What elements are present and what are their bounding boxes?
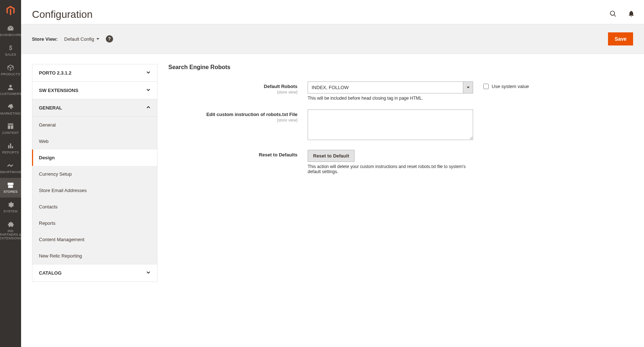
tab-general-newrelic[interactable]: New Relic Reporting <box>32 248 157 264</box>
layout-icon <box>7 123 14 130</box>
dollar-icon <box>7 44 14 52</box>
chevron-down-icon <box>463 81 473 93</box>
field-custom-robots-txt: Edit custom instruction of robots.txt Fi… <box>168 109 633 141</box>
tab-group-catalog[interactable]: CATALOG <box>32 264 157 282</box>
tab-general-currency[interactable]: Currency Setup <box>32 166 157 182</box>
nav-system[interactable]: SYSTEM <box>0 198 21 217</box>
config-form-panel: Search Engine Robots Default Robots [sto… <box>168 64 633 183</box>
nav-smartwave[interactable]: SMARTWAVE <box>0 158 21 178</box>
default-robots-select[interactable]: INDEX, FOLLOW <box>308 81 473 93</box>
default-robots-scope: [store view] <box>168 90 297 94</box>
default-robots-value: INDEX, FOLLOW <box>308 81 463 93</box>
nav-partners[interactable]: IND PARTNERS & EXTENSIONS <box>0 217 21 244</box>
nav-marketing[interactable]: MARKETING <box>0 100 21 119</box>
scope-switcher[interactable]: Default Config <box>64 36 99 42</box>
tab-group-porto[interactable]: PORTO 2.3.1.2 <box>32 64 157 82</box>
puzzle-icon <box>7 221 14 228</box>
page-header: Configuration <box>21 0 644 24</box>
bell-icon[interactable] <box>628 10 635 19</box>
scope-bar: Store View: Default Config ? Save <box>21 24 644 54</box>
custom-robots-scope: [store view] <box>168 118 297 122</box>
nav-customers[interactable]: CUSTOMERS <box>0 80 21 100</box>
person-icon <box>7 84 14 91</box>
page-title: Configuration <box>32 9 93 20</box>
nav-dashboard[interactable]: DASHBOARD <box>0 21 21 41</box>
tab-general-reports[interactable]: Reports <box>32 215 157 231</box>
reset-defaults-note: This action will delete your custom inst… <box>308 164 473 174</box>
search-icon[interactable] <box>609 10 617 19</box>
chevron-down-icon <box>146 270 151 276</box>
tab-general-contacts[interactable]: Contacts <box>32 199 157 215</box>
magento-icon <box>5 5 16 16</box>
config-tabs: PORTO 2.3.1.2 SW EXTENSIONS GENERAL Gene… <box>32 64 157 282</box>
bars-icon <box>7 142 14 149</box>
nav-sales[interactable]: SALES <box>0 41 21 60</box>
tab-general-store-email[interactable]: Store Email Addresses <box>32 182 157 199</box>
save-config-button[interactable]: Save <box>608 32 633 45</box>
gear-icon <box>7 201 14 208</box>
custom-robots-label: Edit custom instruction of robots.txt Fi… <box>168 112 297 117</box>
magento-logo[interactable] <box>0 0 21 21</box>
reset-to-default-button[interactable]: Reset to Default <box>308 150 355 162</box>
box-icon <box>7 64 14 71</box>
scope-help-icon[interactable]: ? <box>106 35 113 43</box>
nav-reports[interactable]: REPORTS <box>0 139 21 158</box>
tab-general-design[interactable]: Design <box>32 149 157 166</box>
wave-icon <box>7 162 14 169</box>
default-robots-note: This will be included before head closin… <box>308 96 473 101</box>
chevron-down-icon <box>146 70 151 76</box>
reset-defaults-label: Reset to Defaults <box>168 152 297 157</box>
nav-stores[interactable]: STORES <box>0 178 21 198</box>
tab-group-sw[interactable]: SW EXTENSIONS <box>32 82 157 99</box>
use-system-value-label: Use system value <box>492 84 529 89</box>
store-icon <box>7 182 14 189</box>
chevron-down-icon <box>146 88 151 93</box>
tab-general-content-mgmt[interactable]: Content Management <box>32 231 157 248</box>
chevron-up-icon <box>146 105 151 111</box>
scope-label: Store View: <box>32 36 58 42</box>
field-default-robots: Default Robots [store view] INDEX, FOLLO… <box>168 81 633 101</box>
custom-robots-textarea[interactable] <box>308 109 473 140</box>
admin-sidebar: DASHBOARD SALES PRODUCTS CUSTOMERS MARKE… <box>0 0 21 296</box>
default-robots-label: Default Robots <box>168 84 297 89</box>
field-reset-defaults: Reset to Defaults Reset to Default This … <box>168 150 633 174</box>
use-system-value-checkbox[interactable] <box>483 84 489 89</box>
tab-general-web[interactable]: Web <box>32 133 157 149</box>
tab-general-general[interactable]: General <box>32 117 157 133</box>
section-title: Search Engine Robots <box>168 64 633 71</box>
nav-content[interactable]: CONTENT <box>0 119 21 139</box>
nav-products[interactable]: PRODUCTS <box>0 60 21 80</box>
bullhorn-icon <box>7 103 14 111</box>
gauge-icon <box>7 25 14 32</box>
tab-group-general[interactable]: GENERAL <box>32 99 157 117</box>
